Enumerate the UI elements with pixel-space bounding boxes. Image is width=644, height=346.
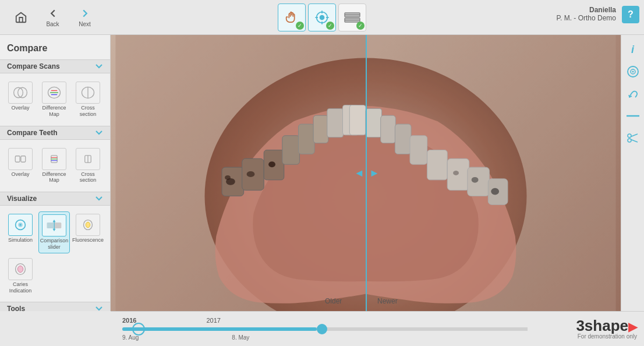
back-button[interactable]: Back	[37, 2, 69, 33]
svg-rect-65	[381, 115, 396, 143]
compare-teeth-items: Overlay Difference Map Cross section	[0, 142, 110, 190]
svg-point-28	[20, 224, 22, 226]
user-info: Daniella P. M. - Ortho Demo	[557, 6, 616, 22]
align-tool-button[interactable]: ✓	[338, 3, 366, 31]
fluorescence-tool[interactable]: Fluorescence	[72, 211, 104, 253]
timeline-active-dot[interactable]	[317, 324, 327, 334]
patient-name: P. M. - Ortho Demo	[557, 14, 616, 22]
simulation-icon-box	[8, 214, 33, 236]
info-icon-button[interactable]: i	[624, 41, 642, 58]
target-icon-button[interactable]	[624, 63, 642, 80]
svg-rect-33	[47, 223, 54, 228]
year-2016: 2016	[122, 317, 136, 324]
bottom-right-brand: 3shape▶ For demonstration only	[528, 311, 644, 346]
hand-tool-button[interactable]: ✓	[278, 3, 306, 31]
brand-arrow: ▶	[628, 320, 637, 333]
svg-point-48	[628, 134, 631, 137]
teeth-diff-label: Difference Map	[41, 171, 68, 184]
target-right-icon	[627, 65, 639, 78]
compare-scans-header[interactable]: Compare Scans	[0, 59, 110, 73]
curve-right-icon	[627, 87, 639, 100]
visualize-header[interactable]: Visualize	[0, 192, 110, 206]
curve-icon-button[interactable]	[624, 85, 642, 103]
teeth-diff-icon	[46, 151, 62, 167]
svg-point-76	[491, 188, 499, 195]
tools-header[interactable]: Tools	[0, 302, 110, 311]
comparison-slider-label: Comparison slider	[40, 238, 69, 250]
teeth-cross-label: Cross section	[75, 171, 101, 184]
svg-point-73	[247, 171, 255, 177]
teeth-overlay-tool[interactable]: Overlay	[5, 146, 36, 186]
left-panel: Compare Compare Scans Overlay	[0, 35, 111, 311]
svg-rect-66	[395, 124, 411, 154]
teeth-overlay-label: Overlay	[11, 171, 29, 178]
comparison-slider-icon	[46, 217, 62, 234]
svg-rect-18	[15, 156, 20, 162]
next-button[interactable]: Next	[69, 2, 101, 33]
overlay-label: Overlay	[11, 105, 29, 111]
compare-scans-label: Compare Scans	[7, 62, 60, 70]
svg-point-46	[632, 71, 634, 73]
teeth-visualization: ◄ ► Older Newer	[111, 35, 621, 311]
overlay-tool[interactable]: Overlay	[5, 79, 36, 120]
teeth-cross-tool[interactable]: Cross section	[72, 146, 104, 186]
cross-section-tool[interactable]: Cross section	[72, 79, 104, 120]
svg-point-75	[225, 175, 231, 180]
home-button[interactable]	[5, 2, 37, 33]
svg-rect-60	[313, 115, 328, 143]
svg-point-11	[18, 87, 27, 98]
back-icon	[47, 7, 59, 20]
target-tool-button[interactable]: ✓	[308, 3, 336, 31]
svg-point-37	[17, 266, 23, 272]
caries-icon	[12, 261, 29, 277]
simulation-tool[interactable]: Simulation	[5, 211, 36, 253]
chevron-down-icon	[95, 62, 103, 70]
slider-arrow-right[interactable]: ►	[369, 167, 380, 179]
comparison-slider-icon-box	[42, 214, 66, 236]
comparison-slider-tool[interactable]: Comparison slider	[38, 211, 70, 253]
caries-tool[interactable]: Caries Indication	[5, 256, 36, 296]
line-icon-button[interactable]	[624, 107, 642, 125]
brand-area: 3shape▶ For demonstration only	[576, 318, 637, 340]
nav-buttons: Back Next	[5, 2, 101, 33]
svg-point-10	[14, 87, 23, 98]
simulation-icon	[12, 217, 29, 233]
help-label: ?	[628, 9, 634, 20]
align-check: ✓	[356, 22, 365, 30]
svg-line-51	[631, 140, 638, 143]
right-icons-panel: i	[621, 35, 644, 311]
teeth-overlay-icon-box	[8, 148, 33, 170]
toolbar-center: ✓ ✓ ✓	[278, 3, 366, 31]
svg-point-1	[320, 15, 324, 19]
brand-name: 3shape▶	[576, 318, 637, 333]
svg-line-50	[631, 134, 638, 137]
fluorescence-icon-box	[76, 214, 100, 236]
svg-marker-31	[53, 220, 56, 222]
teeth-overlay-icon	[12, 151, 29, 167]
slider-arrow-left[interactable]: ◄	[354, 167, 365, 179]
year-2017: 2017	[206, 317, 220, 324]
svg-point-77	[472, 177, 479, 183]
newer-label: Newer	[377, 297, 398, 305]
svg-rect-58	[282, 136, 300, 164]
svg-rect-64	[366, 108, 382, 137]
svg-point-74	[268, 161, 275, 167]
overlay-icon	[12, 84, 29, 101]
viewport: ◄ ► Older Newer	[111, 35, 621, 311]
next-icon	[79, 7, 91, 20]
line-right-icon	[627, 114, 639, 118]
compare-teeth-header[interactable]: Compare Teeth	[0, 126, 110, 140]
scissors-icon-button[interactable]	[624, 129, 642, 147]
help-button[interactable]: ?	[622, 6, 639, 23]
target-check: ✓	[326, 22, 334, 30]
teeth-diff-tool[interactable]: Difference Map	[38, 146, 70, 186]
topbar: Back Next ✓ ✓	[0, 0, 644, 35]
timeline-start-dot[interactable]	[132, 323, 145, 336]
chevron-down-icon-4	[95, 305, 103, 311]
fluorescence-label: Fluorescence	[72, 237, 104, 243]
comparison-slider-line	[366, 35, 367, 311]
caries-icon-box	[8, 258, 33, 280]
older-label: Older	[325, 297, 342, 305]
svg-point-35	[86, 223, 90, 228]
diff-map-tool[interactable]: Difference Map	[38, 79, 70, 120]
